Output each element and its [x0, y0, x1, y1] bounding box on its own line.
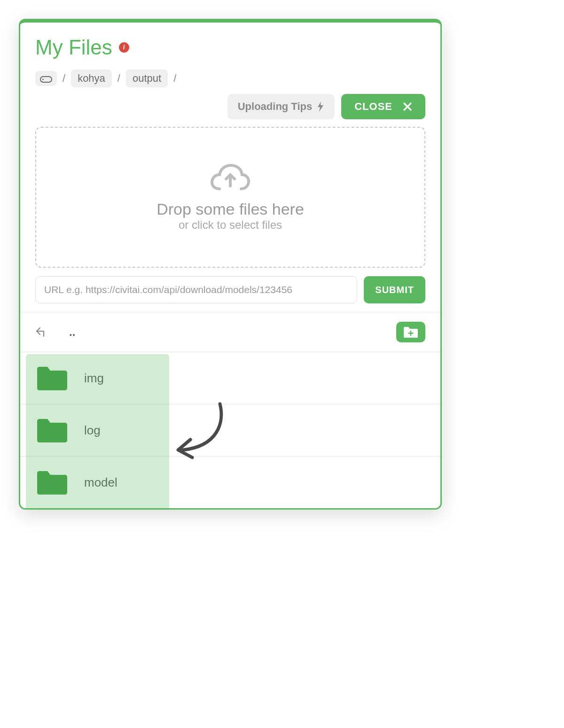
- nav-row: ..: [20, 312, 440, 352]
- folder-row-img[interactable]: img: [20, 352, 440, 404]
- uploading-tips-label: Uploading Tips: [238, 101, 312, 113]
- breadcrumb-separator: /: [118, 72, 120, 85]
- breadcrumb-item-kohya[interactable]: kohya: [71, 70, 112, 87]
- breadcrumb-separator: /: [173, 72, 176, 85]
- back-icon[interactable]: [35, 326, 47, 338]
- lightning-icon: [317, 101, 324, 112]
- svg-rect-0: [40, 77, 52, 82]
- folder-name: model: [84, 475, 118, 490]
- up-directory-link[interactable]: ..: [69, 325, 75, 339]
- folder-icon: [35, 417, 69, 444]
- url-input[interactable]: [35, 276, 357, 303]
- dropzone-subtitle: or click to select files: [179, 218, 282, 232]
- folder-icon: [35, 469, 69, 496]
- cloud-upload-icon: [210, 163, 251, 196]
- dropzone-title: Drop some files here: [157, 200, 304, 218]
- folder-icon: [35, 364, 69, 392]
- folder-name: log: [84, 423, 101, 438]
- submit-button[interactable]: SUBMIT: [364, 276, 425, 303]
- folder-row-log[interactable]: log: [20, 404, 440, 457]
- breadcrumb-home[interactable]: [35, 71, 57, 86]
- page-title: My Files: [35, 36, 112, 59]
- folder-name: img: [84, 371, 104, 386]
- close-button[interactable]: CLOSE: [341, 94, 425, 119]
- breadcrumb-item-output[interactable]: output: [126, 70, 168, 87]
- info-icon[interactable]: i: [119, 42, 129, 53]
- svg-point-1: [42, 79, 44, 80]
- breadcrumb-separator: /: [63, 72, 65, 85]
- close-label: CLOSE: [354, 101, 392, 113]
- file-list: img log model: [20, 352, 440, 508]
- drive-icon: [40, 74, 52, 83]
- breadcrumb: / kohya / output /: [35, 70, 425, 87]
- uploading-tips-button[interactable]: Uploading Tips: [227, 94, 335, 119]
- file-browser-panel: My Files i / kohya / output / Uploading …: [19, 19, 442, 510]
- folder-row-model[interactable]: model: [20, 457, 440, 508]
- file-dropzone[interactable]: Drop some files here or click to select …: [35, 127, 425, 268]
- folder-plus-icon: [403, 325, 419, 339]
- close-icon: [403, 102, 412, 111]
- new-folder-button[interactable]: [396, 322, 425, 342]
